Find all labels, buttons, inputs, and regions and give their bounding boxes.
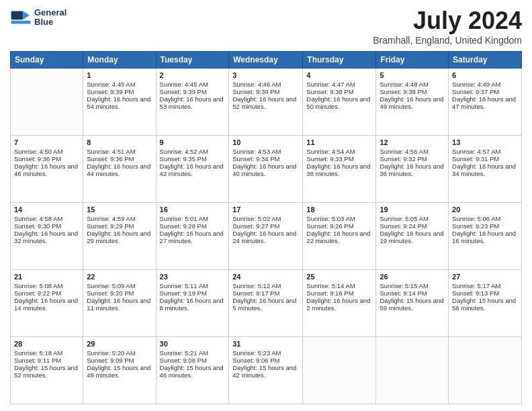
- daylight-text: Daylight: 15 hours and 52 minutes.: [14, 364, 78, 379]
- sunrise-text: Sunrise: 5:09 AM: [87, 282, 135, 289]
- sunset-text: Sunset: 9:24 PM: [380, 222, 427, 230]
- sunrise-text: Sunrise: 5:18 AM: [14, 349, 62, 357]
- svg-rect-2: [11, 21, 31, 24]
- calendar-cell: 31 Sunrise: 5:23 AM Sunset: 9:06 PM Dayl…: [229, 337, 303, 404]
- header-row: Sunday Monday Tuesday Wednesday Thursday…: [11, 52, 522, 68]
- day-number: 25: [306, 273, 372, 281]
- calendar-cell: 13 Sunrise: 4:57 AM Sunset: 9:31 PM Dayl…: [449, 136, 522, 203]
- calendar-cell: 20 Sunrise: 5:06 AM Sunset: 9:23 PM Dayl…: [449, 203, 522, 270]
- day-number: 9: [160, 138, 226, 146]
- sunset-text: Sunset: 9:29 PM: [87, 222, 134, 230]
- daylight-text: Daylight: 15 hours and 59 minutes.: [380, 297, 443, 312]
- daylight-text: Daylight: 16 hours and 34 minutes.: [452, 163, 516, 177]
- sunset-text: Sunset: 9:39 PM: [232, 88, 279, 95]
- logo-icon: [10, 7, 32, 28]
- sunrise-text: Sunrise: 5:17 AM: [452, 282, 500, 289]
- daylight-text: Daylight: 16 hours and 8 minutes.: [160, 297, 224, 312]
- table-row: 1 Sunrise: 4:45 AM Sunset: 9:39 PM Dayli…: [11, 68, 522, 136]
- calendar-cell: 23 Sunrise: 5:11 AM Sunset: 9:19 PM Dayl…: [156, 270, 229, 337]
- day-number: 21: [14, 273, 79, 281]
- calendar-cell: 17 Sunrise: 5:02 AM Sunset: 9:27 PM Dayl…: [229, 203, 303, 270]
- sunset-text: Sunset: 9:32 PM: [380, 155, 427, 163]
- sunrise-text: Sunrise: 4:57 AM: [452, 148, 500, 155]
- day-number: 20: [452, 205, 518, 214]
- day-number: 3: [232, 71, 299, 79]
- sunset-text: Sunset: 9:39 PM: [87, 88, 134, 95]
- sunrise-text: Sunrise: 4:48 AM: [380, 81, 428, 88]
- logo: General Blue: [10, 7, 66, 28]
- sunset-text: Sunset: 9:16 PM: [306, 289, 353, 297]
- calendar-cell: 16 Sunrise: 5:01 AM Sunset: 9:28 PM Dayl…: [156, 203, 229, 270]
- sunrise-text: Sunrise: 5:06 AM: [452, 215, 500, 222]
- daylight-text: Daylight: 16 hours and 24 minutes.: [232, 230, 296, 244]
- col-tuesday: Tuesday: [156, 52, 229, 68]
- daylight-text: Daylight: 16 hours and 49 minutes.: [380, 95, 443, 110]
- day-number: 18: [306, 205, 372, 214]
- col-friday: Friday: [376, 52, 449, 68]
- calendar-cell: 14 Sunrise: 4:58 AM Sunset: 9:30 PM Dayl…: [11, 203, 83, 270]
- header: General Blue July 2024 Bramhall, England…: [10, 7, 522, 46]
- sunrise-text: Sunrise: 4:59 AM: [87, 215, 135, 222]
- sunset-text: Sunset: 9:30 PM: [14, 222, 61, 230]
- daylight-text: Daylight: 16 hours and 27 minutes.: [160, 230, 224, 244]
- sunrise-text: Sunrise: 5:02 AM: [232, 215, 281, 222]
- sunset-text: Sunset: 9:11 PM: [14, 357, 61, 364]
- daylight-text: Daylight: 16 hours and 29 minutes.: [87, 230, 150, 244]
- logo-line1: General: [34, 8, 66, 17]
- day-number: 5: [380, 71, 445, 79]
- day-number: 2: [160, 71, 226, 79]
- sunset-text: Sunset: 9:38 PM: [306, 88, 353, 95]
- sunrise-text: Sunrise: 5:14 AM: [306, 282, 355, 289]
- daylight-text: Daylight: 16 hours and 54 minutes.: [87, 95, 150, 110]
- day-number: 10: [232, 138, 299, 146]
- calendar-cell: 4 Sunrise: 4:47 AM Sunset: 9:38 PM Dayli…: [303, 68, 376, 136]
- daylight-text: Daylight: 16 hours and 36 minutes.: [380, 163, 443, 177]
- calendar-cell: 3 Sunrise: 4:46 AM Sunset: 9:39 PM Dayli…: [229, 68, 303, 136]
- sunset-text: Sunset: 9:33 PM: [306, 155, 353, 163]
- sunset-text: Sunset: 9:31 PM: [452, 155, 499, 163]
- day-number: 26: [380, 273, 445, 281]
- calendar-cell: 30 Sunrise: 5:21 AM Sunset: 9:08 PM Dayl…: [156, 337, 229, 404]
- table-row: 21 Sunrise: 5:08 AM Sunset: 9:22 PM Dayl…: [11, 270, 522, 337]
- sunrise-text: Sunrise: 4:53 AM: [232, 148, 281, 155]
- daylight-text: Daylight: 16 hours and 53 minutes.: [160, 95, 224, 110]
- table-row: 28 Sunrise: 5:18 AM Sunset: 9:11 PM Dayl…: [11, 337, 522, 404]
- day-number: 17: [232, 205, 299, 214]
- calendar-cell: 5 Sunrise: 4:48 AM Sunset: 9:38 PM Dayli…: [376, 68, 449, 136]
- sunrise-text: Sunrise: 5:05 AM: [380, 215, 428, 222]
- page: General Blue July 2024 Bramhall, England…: [0, 0, 532, 411]
- day-number: 23: [160, 273, 226, 281]
- calendar-cell: 19 Sunrise: 5:05 AM Sunset: 9:24 PM Dayl…: [376, 203, 449, 270]
- sunrise-text: Sunrise: 5:23 AM: [232, 349, 281, 357]
- day-number: 13: [452, 138, 518, 146]
- day-number: 1: [87, 71, 152, 79]
- daylight-text: Daylight: 16 hours and 19 minutes.: [380, 230, 443, 244]
- calendar-cell: [376, 337, 449, 404]
- day-number: 28: [14, 340, 79, 348]
- daylight-text: Daylight: 16 hours and 46 minutes.: [14, 163, 78, 177]
- sunrise-text: Sunrise: 4:56 AM: [380, 148, 428, 155]
- col-monday: Monday: [83, 52, 156, 68]
- sunset-text: Sunset: 9:26 PM: [306, 222, 353, 230]
- sunrise-text: Sunrise: 4:51 AM: [87, 148, 135, 155]
- sunrise-text: Sunrise: 5:20 AM: [87, 349, 135, 357]
- day-number: 7: [14, 138, 79, 146]
- calendar-cell: 6 Sunrise: 4:49 AM Sunset: 9:37 PM Dayli…: [449, 68, 522, 136]
- sunrise-text: Sunrise: 4:50 AM: [14, 148, 62, 155]
- sunset-text: Sunset: 9:06 PM: [232, 357, 279, 364]
- day-number: 31: [232, 340, 299, 348]
- location: Bramhall, England, United Kingdom: [373, 35, 522, 46]
- day-number: 29: [87, 340, 152, 348]
- calendar-cell: 27 Sunrise: 5:17 AM Sunset: 9:13 PM Dayl…: [449, 270, 522, 337]
- calendar-cell: 9 Sunrise: 4:52 AM Sunset: 9:35 PM Dayli…: [156, 136, 229, 203]
- table-row: 14 Sunrise: 4:58 AM Sunset: 9:30 PM Dayl…: [11, 203, 522, 270]
- day-number: 12: [380, 138, 445, 146]
- day-number: 15: [87, 205, 152, 214]
- calendar-cell: 15 Sunrise: 4:59 AM Sunset: 9:29 PM Dayl…: [83, 203, 156, 270]
- calendar-cell: 28 Sunrise: 5:18 AM Sunset: 9:11 PM Dayl…: [11, 337, 83, 404]
- calendar-cell: 24 Sunrise: 5:12 AM Sunset: 9:17 PM Dayl…: [229, 270, 303, 337]
- sunrise-text: Sunrise: 4:52 AM: [160, 148, 208, 155]
- daylight-text: Daylight: 16 hours and 32 minutes.: [14, 230, 78, 244]
- day-number: 4: [306, 71, 372, 79]
- daylight-text: Daylight: 16 hours and 44 minutes.: [87, 163, 150, 177]
